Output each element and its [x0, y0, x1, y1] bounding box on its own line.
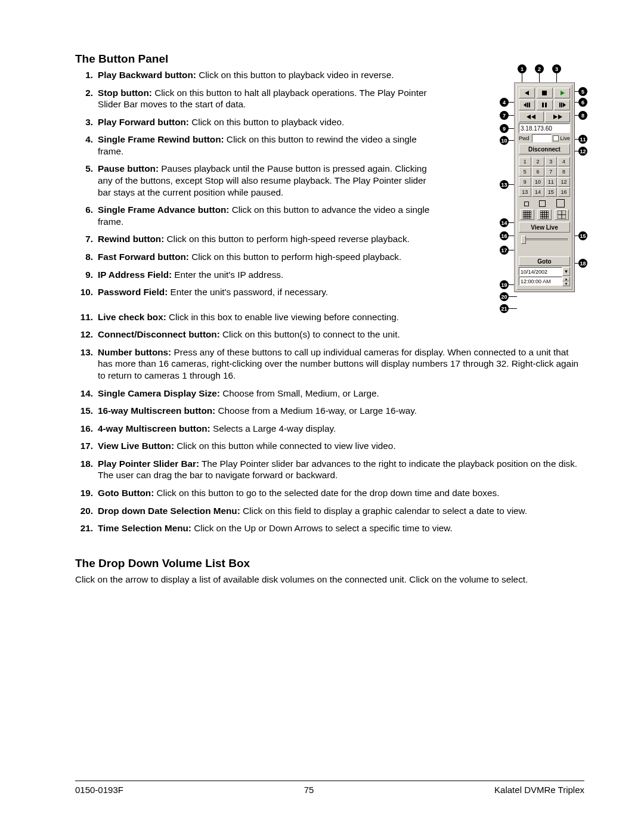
callout-7: 7 — [500, 111, 509, 120]
list-item: 2.Stop button: Click on this button to h… — [95, 87, 441, 116]
list-text: Selects a Large 4-way display. — [210, 423, 336, 433]
time-spin-down[interactable]: ▼ — [562, 281, 570, 286]
camera-number-button[interactable]: 5 — [519, 167, 531, 176]
time-spin-up[interactable]: ▲ — [562, 277, 570, 281]
svg-marker-14 — [558, 114, 562, 119]
list-number: 12. — [76, 329, 93, 340]
callout-15: 15 — [578, 231, 587, 240]
list-item: 8.Fast Forward button: Click on this but… — [95, 251, 441, 269]
disconnect-button[interactable]: Disconnect — [519, 144, 570, 154]
list-item: 9.IP Address Field: Enter the unit's IP … — [95, 269, 441, 287]
stop-button[interactable] — [537, 88, 553, 98]
list-label: Single Frame Rewind button: — [98, 134, 224, 144]
list-number: 6. — [76, 204, 93, 216]
control-panel: 3.18.173.60 Pwd Live Disconnect 12345678… — [514, 82, 575, 292]
list-number: 11. — [76, 311, 93, 323]
list-item: 10.Password Field: Enter the unit's pass… — [95, 286, 441, 311]
list-number: 14. — [76, 388, 93, 400]
volume-body-text: Click on the arrow to display a list of … — [75, 574, 570, 586]
pause-button[interactable] — [537, 100, 553, 110]
list-item: 16.4-way Multiscreen button: Selects a L… — [95, 423, 584, 441]
list-text: Enter the unit's IP address. — [172, 270, 283, 280]
camera-number-button[interactable]: 8 — [558, 167, 570, 176]
camera-number-button[interactable]: 13 — [519, 187, 531, 197]
goto-button[interactable]: Goto — [519, 256, 570, 266]
list-number: 20. — [76, 505, 93, 517]
pwd-label: Pwd — [519, 135, 531, 141]
footer-center: 75 — [304, 785, 314, 795]
camera-number-button[interactable]: 1 — [519, 157, 531, 166]
footer-right: Kalatel DVMRe Triplex — [494, 785, 584, 795]
list-text: Click on the Up or Down Arrows to select… — [191, 523, 453, 533]
size-small-button[interactable] — [524, 202, 529, 206]
heading-volume-listbox: The Drop Down Volume List Box — [75, 557, 584, 570]
camera-number-button[interactable]: 4 — [558, 157, 570, 166]
list-text: Click on this button to go to the select… — [154, 488, 499, 498]
callout-9: 9 — [500, 124, 509, 133]
camera-number-grid: 12345678910111213141516 — [519, 157, 570, 197]
date-dropdown-arrow[interactable]: ▼ — [562, 267, 570, 276]
list-label: 4-way Multiscreen button: — [98, 423, 210, 433]
list-text: Enter the unit's password, if necessary. — [168, 287, 328, 297]
date-selection-field[interactable]: 10/14/2002 — [519, 267, 562, 276]
play-forward-button[interactable] — [554, 88, 570, 98]
svg-marker-10 — [563, 103, 566, 107]
rewind-button[interactable] — [519, 112, 544, 122]
camera-number-button[interactable]: 3 — [545, 157, 558, 166]
camera-number-button[interactable]: 11 — [545, 177, 558, 187]
callout-16: 16 — [500, 231, 509, 240]
camera-number-button[interactable]: 10 — [532, 177, 544, 187]
camera-number-button[interactable]: 14 — [532, 187, 544, 197]
list-item: 6.Single Frame Advance button: Click on … — [95, 204, 441, 233]
list-label: Single Frame Advance button: — [98, 205, 229, 215]
camera-number-button[interactable]: 7 — [545, 167, 558, 176]
time-selection-field[interactable]: 12:00:00 AM — [519, 277, 562, 286]
svg-rect-4 — [527, 103, 528, 107]
size-large-button[interactable] — [556, 199, 565, 208]
camera-number-button[interactable]: 6 — [532, 167, 544, 176]
size-medium-button[interactable] — [539, 200, 546, 207]
list-number: 2. — [76, 87, 93, 99]
multiscreen-4way-button[interactable] — [555, 209, 569, 220]
list-number: 18. — [76, 458, 93, 470]
list-item: 12.Connect/Disconnect button: Click on t… — [95, 329, 584, 346]
ip-address-field[interactable]: 3.18.173.60 — [519, 123, 570, 133]
list-text: Click on this button to playback video. — [189, 117, 344, 127]
svg-marker-2 — [561, 91, 565, 95]
list-label: Single Camera Display Size: — [98, 388, 220, 398]
play-backward-button[interactable] — [519, 88, 535, 98]
play-pointer-slider[interactable] — [519, 234, 570, 244]
heading-button-panel: The Button Panel — [75, 52, 584, 66]
list-label: Drop down Date Selection Menu: — [98, 506, 240, 516]
time-spinner[interactable]: ▲ ▼ — [562, 277, 570, 286]
list-label: Stop button: — [98, 88, 152, 98]
callout-6: 6 — [578, 98, 587, 107]
list-label: Play Forward button: — [98, 117, 189, 127]
fast-forward-button[interactable] — [545, 112, 570, 122]
page-footer: 0150-0193F 75 Kalatel DVMRe Triplex — [75, 781, 584, 795]
multiscreen-16-large-button[interactable] — [537, 209, 552, 220]
live-checkbox[interactable] — [553, 135, 559, 141]
svg-rect-1 — [542, 91, 547, 95]
list-number: 10. — [76, 286, 93, 298]
password-field[interactable] — [532, 134, 552, 143]
view-live-button[interactable]: View Live — [519, 222, 570, 233]
list-text: Choose from Small, Medium, or Large. — [220, 388, 379, 398]
list-item: 4.Single Frame Rewind button: Click on t… — [95, 134, 441, 163]
svg-marker-13 — [553, 114, 558, 119]
list-number: 19. — [76, 487, 93, 499]
list-item: 15.16-way Multiscreen button: Choose fro… — [95, 405, 584, 423]
callout-10: 10 — [500, 136, 509, 145]
callout-13: 13 — [500, 180, 509, 189]
camera-number-button[interactable]: 9 — [519, 177, 531, 187]
callout-12: 12 — [578, 147, 587, 156]
camera-number-button[interactable]: 12 — [558, 177, 570, 187]
single-frame-advance-button[interactable] — [554, 100, 570, 110]
camera-number-button[interactable]: 16 — [558, 187, 570, 197]
multiscreen-16-medium-button[interactable] — [520, 209, 534, 220]
camera-number-button[interactable]: 15 — [545, 187, 558, 197]
list-item: 14.Single Camera Display Size: Choose fr… — [95, 388, 584, 405]
list-item: 11.Live check box: Click in this box to … — [95, 311, 584, 329]
single-frame-rewind-button[interactable] — [519, 100, 535, 110]
camera-number-button[interactable]: 2 — [532, 157, 544, 166]
